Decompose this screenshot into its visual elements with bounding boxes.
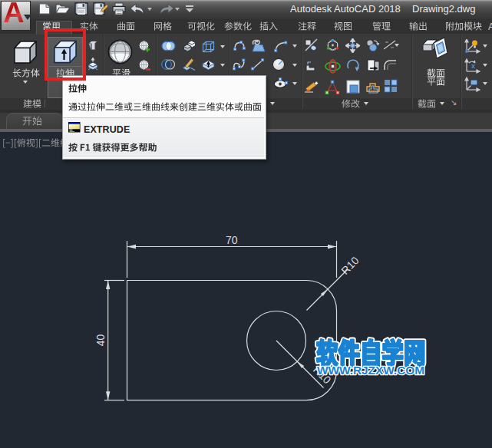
svg-text:70: 70 [226,234,238,246]
svg-text:x: x [471,62,475,70]
svg-text:WWW.RJZXW.COM: WWW.RJZXW.COM [317,364,424,377]
svg-text:R10: R10 [338,254,362,277]
svg-text:40: 40 [94,334,107,347]
